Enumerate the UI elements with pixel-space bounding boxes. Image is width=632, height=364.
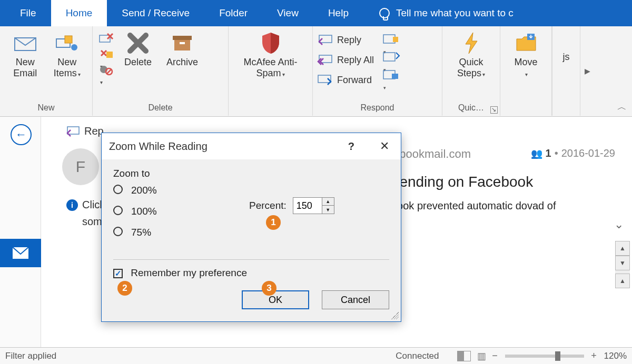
message-meta: 👥 1 • 2016-01-29: [531, 147, 615, 159]
move-label: Move▾: [514, 57, 537, 78]
delete-x-icon: [126, 33, 150, 54]
zoom-percent-text[interactable]: 120%: [604, 351, 627, 361]
radio-75[interactable]: [113, 227, 123, 236]
dialog-titlebar: Zoom While Reading ? ✕: [102, 133, 401, 159]
zoom-out-button[interactable]: −: [490, 351, 500, 361]
blocked-content-note: utlook prevented automatic dovad of: [386, 200, 556, 212]
archive-button[interactable]: Archive: [160, 29, 204, 68]
zoom-to-label: Zoom to: [113, 168, 389, 179]
zoom-in-button[interactable]: +: [589, 351, 599, 361]
tell-me-search[interactable]: Tell me what you want to c: [379, 7, 514, 19]
percent-label: Percent:: [249, 200, 287, 211]
percent-spinner[interactable]: ▲ ▼: [293, 197, 334, 214]
scroll-down-button[interactable]: ▼: [615, 256, 630, 270]
forward-button[interactable]: Forward: [317, 72, 374, 88]
group-label-new: New: [4, 102, 88, 115]
svg-rect-9: [106, 52, 113, 58]
new-items-button[interactable]: New Items▾: [46, 29, 88, 78]
ok-button[interactable]: OK: [242, 290, 309, 309]
zoom-option-75[interactable]: 75%: [113, 227, 389, 248]
more-respond-icon[interactable]: ▾: [382, 68, 400, 82]
forward-icon: [317, 73, 333, 87]
ignore-icon[interactable]: [99, 33, 114, 44]
group-label-tags-empty: [557, 102, 576, 115]
cleanup-icon[interactable]: ▾: [99, 48, 114, 60]
message-date: 2016-01-29: [561, 147, 615, 159]
svg-rect-16: [174, 40, 190, 50]
infobar[interactable]: i Click: [66, 199, 105, 211]
tab-home[interactable]: Home: [51, 0, 107, 26]
radio-200[interactable]: [113, 185, 123, 194]
group-label-respond: Respond: [317, 102, 438, 115]
zoom-slider[interactable]: [505, 355, 584, 358]
remember-checkbox[interactable]: [113, 269, 123, 278]
svg-rect-17: [180, 42, 185, 44]
mcafee-button[interactable]: McAfee Anti- Spam▾: [233, 29, 308, 78]
group-label-delete: Delete: [97, 102, 224, 115]
spinner-up[interactable]: ▲: [322, 198, 334, 206]
meeting-icon[interactable]: ▾: [382, 33, 400, 46]
svg-rect-23: [383, 53, 395, 61]
radio-100[interactable]: [113, 206, 123, 215]
info-icon: i: [66, 199, 78, 211]
lightbulb-icon: [379, 8, 390, 18]
move-folder-icon: [515, 33, 538, 54]
move-button[interactable]: Move▾: [505, 29, 547, 78]
reply-all-icon: [317, 53, 333, 67]
archive-icon: [171, 33, 194, 54]
percent-row: Percent: ▲ ▼: [249, 197, 334, 214]
delete-button[interactable]: Delete: [116, 29, 160, 68]
reply-all-label: Reply All: [337, 55, 374, 66]
people-icon: 👥: [531, 148, 542, 159]
scroll-buttons: ▲ ▼ ▲: [615, 241, 630, 288]
group-mcafee: McAfee Anti- Spam▾: [229, 26, 313, 116]
percent-input[interactable]: [293, 198, 322, 214]
inline-reply-link[interactable]: Rep: [65, 125, 104, 137]
group-label-move-empty: [505, 102, 547, 115]
dialog-help-button[interactable]: ?: [348, 140, 354, 153]
callout-1: 1: [266, 215, 281, 230]
book-view-icon[interactable]: ▥: [477, 350, 486, 362]
scroll-up-button[interactable]: ▲: [615, 241, 630, 256]
tab-send-receive[interactable]: Send / Receive: [107, 0, 204, 26]
back-button[interactable]: ←: [11, 124, 32, 145]
svg-rect-2: [65, 36, 72, 43]
im-reply-icon[interactable]: ▾: [382, 50, 400, 64]
quick-steps-button[interactable]: Quick Steps▾: [447, 29, 496, 78]
sender-domain-text: ebookmail.com: [393, 147, 471, 161]
junk-icon[interactable]: ▾: [99, 64, 114, 76]
forward-label: Forward: [337, 75, 372, 86]
tab-help[interactable]: Help: [313, 0, 363, 26]
tags-stub-button[interactable]: js: [555, 29, 578, 63]
tag-icon: [555, 33, 578, 48]
resize-grip-icon[interactable]: [391, 312, 399, 319]
reply-label: Reply: [337, 35, 361, 46]
zoom-slider-thumb[interactable]: [555, 351, 560, 361]
new-email-button[interactable]: New Email: [4, 29, 46, 78]
tab-folder[interactable]: Folder: [204, 0, 262, 26]
spinner-down[interactable]: ▼: [322, 206, 334, 214]
avatar: F: [62, 148, 99, 185]
remember-label: Remember my preference: [131, 267, 247, 278]
tab-file[interactable]: File: [5, 0, 51, 26]
tags-stub-label: js: [563, 52, 570, 63]
group-label-mcafee-empty: [233, 102, 308, 115]
tab-view[interactable]: View: [262, 0, 313, 26]
ribbon-overflow-arrow[interactable]: ▶: [580, 26, 594, 116]
nav-mail[interactable]: [0, 239, 41, 267]
reply-all-button[interactable]: Reply All: [317, 52, 374, 68]
radio-75-label: 75%: [131, 227, 151, 238]
scroll-up2-button[interactable]: ▲: [615, 274, 630, 288]
group-label-quick: Quic…: [447, 102, 496, 115]
quick-steps-dialog-launcher[interactable]: [490, 106, 498, 114]
dialog-close-button[interactable]: ✕: [376, 139, 393, 153]
expand-header-icon[interactable]: ⌄: [614, 218, 624, 231]
remember-row[interactable]: Remember my preference 2: [113, 267, 389, 279]
cancel-button[interactable]: Cancel: [322, 290, 389, 309]
ribbon-collapse-chevron-icon[interactable]: ︿: [617, 100, 627, 113]
svg-rect-25: [392, 74, 398, 79]
tell-me-label: Tell me what you want to c: [396, 7, 514, 19]
status-bar: Filter applied Connected ▥ − + 120%: [0, 347, 632, 364]
reading-view-toggle[interactable]: [457, 351, 471, 361]
reply-button[interactable]: Reply: [317, 32, 374, 48]
